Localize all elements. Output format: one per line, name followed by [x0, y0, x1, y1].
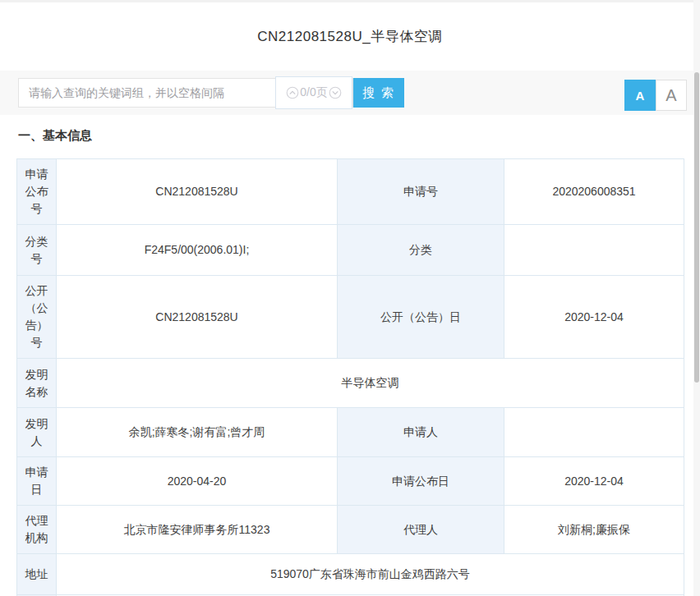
- field-value: CN212081528U: [57, 276, 338, 359]
- page-header: CN212081528U_半导体空调: [0, 2, 700, 71]
- table-row: 申请日 2020-04-20 申请公布日 2020-12-04: [17, 457, 684, 506]
- table-row: 发明人 余凯;薛寒冬;谢有富;曾才周 申请人: [17, 408, 684, 457]
- section-title: 一、基本信息: [18, 128, 92, 144]
- chevron-up-circle-icon[interactable]: [286, 86, 299, 99]
- chevron-down-circle-icon[interactable]: [329, 86, 342, 99]
- field-label: 发明人: [17, 408, 57, 457]
- field-value: 半导体空调: [57, 359, 684, 408]
- search-result-pager: 0/0页: [275, 76, 352, 109]
- field-value: 2020206008351: [504, 159, 684, 225]
- table-row: 申请公布号 CN212081528U 申请号 2020206008351: [17, 159, 684, 225]
- field-value: 余凯;薛寒冬;谢有富;曾才周: [57, 408, 338, 457]
- field-value: 刘新桐;廉振保: [504, 506, 684, 554]
- field-label: 申请人: [338, 408, 504, 457]
- field-value: 2020-04-20: [57, 457, 338, 506]
- field-value: 2020-12-04: [504, 457, 684, 506]
- field-label: 代理机构: [17, 506, 57, 554]
- field-label: 发明名称: [17, 359, 57, 408]
- field-label: 公开（公告）日: [338, 276, 504, 359]
- scrollbar[interactable]: [693, 0, 700, 596]
- field-label: 申请号: [338, 159, 504, 225]
- font-size-large-button[interactable]: A: [656, 80, 687, 111]
- field-label: 公开（公告）号: [17, 276, 57, 359]
- table-row: 地址 519070广东省珠海市前山金鸡西路六号: [17, 554, 684, 595]
- field-label: 代理人: [338, 506, 504, 554]
- field-label: 地址: [17, 554, 57, 595]
- field-value: 北京市隆安律师事务所11323: [57, 506, 338, 554]
- field-label: 分类: [338, 225, 504, 276]
- table-row: 发明名称 半导体空调: [17, 359, 684, 408]
- table-row: 分类号 F24F5/00(2006.01)I; 分类: [17, 225, 684, 276]
- field-label: 申请公布号: [17, 159, 57, 225]
- field-label: 申请公布日: [338, 457, 504, 506]
- field-value: [504, 225, 684, 276]
- main-content: 一、基本信息 申请公布号 CN212081528U 申请号 2020206008…: [0, 115, 700, 596]
- table-row: 代理机构 北京市隆安律师事务所11323 代理人 刘新桐;廉振保: [17, 506, 684, 554]
- search-input[interactable]: [19, 79, 275, 107]
- font-size-small-button[interactable]: A: [624, 80, 656, 111]
- page-title: CN212081528U_半导体空调: [257, 27, 442, 46]
- field-label: 分类号: [17, 225, 57, 276]
- scrollbar-thumb[interactable]: [694, 72, 699, 383]
- field-value: 519070广东省珠海市前山金鸡西路六号: [57, 554, 684, 595]
- field-value: 2020-12-04: [504, 276, 684, 359]
- field-value: F24F5/00(2006.01)I;: [57, 225, 338, 276]
- field-value: CN212081528U: [57, 159, 338, 225]
- search-toolbar: 0/0页 搜 索 A A: [0, 71, 700, 115]
- basic-info-table: 申请公布号 CN212081528U 申请号 2020206008351 分类号…: [16, 158, 684, 596]
- field-value: [504, 408, 684, 457]
- search-box: 0/0页: [18, 78, 353, 108]
- font-size-toggle: A A: [624, 80, 687, 111]
- search-button[interactable]: 搜 索: [353, 78, 404, 108]
- table-row: 公开（公告）号 CN212081528U 公开（公告）日 2020-12-04: [17, 276, 684, 359]
- pager-count: 0/0页: [300, 85, 327, 100]
- field-label: 申请日: [17, 457, 57, 506]
